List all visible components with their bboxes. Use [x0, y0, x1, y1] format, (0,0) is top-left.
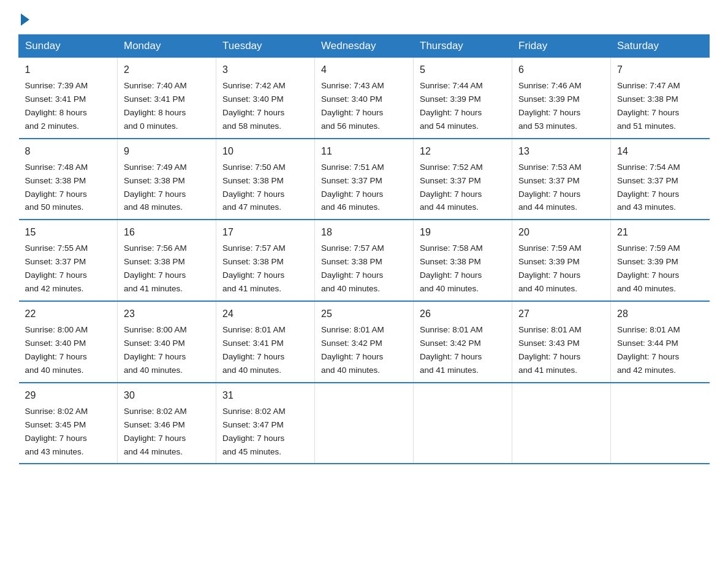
calendar-cell: 21Sunrise: 7:59 AMSunset: 3:39 PMDayligh…: [611, 220, 710, 301]
calendar-cell: [512, 383, 611, 464]
day-info: Sunrise: 7:56 AMSunset: 3:38 PMDaylight:…: [124, 243, 187, 293]
header-cell-thursday: Thursday: [414, 35, 512, 58]
day-number: 29: [25, 388, 112, 403]
calendar-cell: 22Sunrise: 8:00 AMSunset: 3:40 PMDayligh…: [19, 301, 118, 383]
calendar-table: SundayMondayTuesdayWednesdayThursdayFrid…: [18, 34, 710, 464]
day-number: 21: [617, 225, 703, 240]
calendar-row-week-3: 15Sunrise: 7:55 AMSunset: 3:37 PMDayligh…: [19, 220, 710, 301]
calendar-cell: 1Sunrise: 7:39 AMSunset: 3:41 PMDaylight…: [19, 58, 118, 139]
header-cell-tuesday: Tuesday: [216, 35, 315, 58]
day-info: Sunrise: 8:02 AMSunset: 3:46 PMDaylight:…: [124, 407, 187, 456]
calendar-cell: 31Sunrise: 8:02 AMSunset: 3:47 PMDayligh…: [216, 383, 315, 464]
day-number: 28: [617, 307, 703, 321]
calendar-cell: 3Sunrise: 7:42 AMSunset: 3:40 PMDaylight…: [216, 58, 315, 139]
day-number: 31: [222, 388, 308, 403]
calendar-cell: 15Sunrise: 7:55 AMSunset: 3:37 PMDayligh…: [19, 220, 118, 301]
calendar-cell: 29Sunrise: 8:02 AMSunset: 3:45 PMDayligh…: [19, 383, 118, 464]
day-number: 20: [518, 225, 604, 240]
calendar-row-week-4: 22Sunrise: 8:00 AMSunset: 3:40 PMDayligh…: [19, 301, 710, 383]
calendar-cell: [611, 383, 710, 464]
calendar-header: SundayMondayTuesdayWednesdayThursdayFrid…: [19, 35, 710, 58]
day-info: Sunrise: 7:46 AMSunset: 3:39 PMDaylight:…: [518, 81, 582, 131]
day-number: 6: [518, 63, 604, 77]
day-info: Sunrise: 7:43 AMSunset: 3:40 PMDaylight:…: [321, 81, 384, 131]
calendar-cell: 23Sunrise: 8:00 AMSunset: 3:40 PMDayligh…: [118, 301, 216, 383]
header-cell-saturday: Saturday: [611, 35, 710, 58]
day-info: Sunrise: 8:00 AMSunset: 3:40 PMDaylight:…: [25, 325, 88, 375]
day-info: Sunrise: 7:50 AMSunset: 3:38 PMDaylight:…: [222, 163, 286, 212]
day-info: Sunrise: 7:55 AMSunset: 3:37 PMDaylight:…: [25, 243, 88, 293]
day-number: 11: [321, 144, 407, 159]
calendar-cell: 2Sunrise: 7:40 AMSunset: 3:41 PMDaylight…: [118, 58, 216, 139]
header-cell-monday: Monday: [118, 35, 216, 58]
calendar-cell: 12Sunrise: 7:52 AMSunset: 3:37 PMDayligh…: [414, 139, 512, 220]
header-row: SundayMondayTuesdayWednesdayThursdayFrid…: [19, 35, 710, 58]
calendar-cell: 20Sunrise: 7:59 AMSunset: 3:39 PMDayligh…: [512, 220, 611, 301]
calendar-cell: 8Sunrise: 7:48 AMSunset: 3:38 PMDaylight…: [19, 139, 118, 220]
day-number: 10: [222, 144, 308, 159]
calendar-cell: 11Sunrise: 7:51 AMSunset: 3:37 PMDayligh…: [315, 139, 414, 220]
day-number: 25: [321, 307, 407, 321]
logo: [18, 12, 29, 23]
calendar-cell: 16Sunrise: 7:56 AMSunset: 3:38 PMDayligh…: [118, 220, 216, 301]
day-number: 3: [222, 63, 308, 77]
calendar-cell: 18Sunrise: 7:57 AMSunset: 3:38 PMDayligh…: [315, 220, 414, 301]
calendar-row-week-5: 29Sunrise: 8:02 AMSunset: 3:45 PMDayligh…: [19, 383, 710, 464]
day-info: Sunrise: 7:54 AMSunset: 3:37 PMDaylight:…: [617, 163, 680, 212]
day-number: 24: [222, 307, 308, 321]
day-number: 17: [222, 225, 308, 240]
day-info: Sunrise: 8:01 AMSunset: 3:41 PMDaylight:…: [222, 325, 286, 375]
calendar-cell: 28Sunrise: 8:01 AMSunset: 3:44 PMDayligh…: [611, 301, 710, 383]
day-info: Sunrise: 7:44 AMSunset: 3:39 PMDaylight:…: [420, 81, 483, 131]
day-info: Sunrise: 7:39 AMSunset: 3:41 PMDaylight:…: [25, 81, 88, 131]
day-number: 1: [25, 63, 112, 77]
calendar-cell: 7Sunrise: 7:47 AMSunset: 3:38 PMDaylight…: [611, 58, 710, 139]
calendar-cell: 6Sunrise: 7:46 AMSunset: 3:39 PMDaylight…: [512, 58, 611, 139]
logo-arrow-icon: [21, 13, 29, 26]
page-header: [18, 12, 710, 23]
calendar-cell: 24Sunrise: 8:01 AMSunset: 3:41 PMDayligh…: [216, 301, 315, 383]
day-info: Sunrise: 8:02 AMSunset: 3:45 PMDaylight:…: [25, 407, 88, 456]
day-info: Sunrise: 7:42 AMSunset: 3:40 PMDaylight:…: [222, 81, 286, 131]
day-info: Sunrise: 8:01 AMSunset: 3:44 PMDaylight:…: [617, 325, 680, 375]
day-number: 16: [124, 225, 210, 240]
calendar-body: 1Sunrise: 7:39 AMSunset: 3:41 PMDaylight…: [19, 58, 710, 464]
calendar-cell: 19Sunrise: 7:58 AMSunset: 3:38 PMDayligh…: [414, 220, 512, 301]
calendar-cell: 27Sunrise: 8:01 AMSunset: 3:43 PMDayligh…: [512, 301, 611, 383]
day-info: Sunrise: 7:59 AMSunset: 3:39 PMDaylight:…: [617, 243, 680, 293]
calendar-cell: 30Sunrise: 8:02 AMSunset: 3:46 PMDayligh…: [118, 383, 216, 464]
day-number: 8: [25, 144, 112, 159]
day-info: Sunrise: 7:59 AMSunset: 3:39 PMDaylight:…: [518, 243, 582, 293]
day-info: Sunrise: 7:57 AMSunset: 3:38 PMDaylight:…: [321, 243, 384, 293]
day-info: Sunrise: 7:51 AMSunset: 3:37 PMDaylight:…: [321, 163, 384, 212]
calendar-cell: 13Sunrise: 7:53 AMSunset: 3:37 PMDayligh…: [512, 139, 611, 220]
calendar-row-week-1: 1Sunrise: 7:39 AMSunset: 3:41 PMDaylight…: [19, 58, 710, 139]
day-number: 23: [124, 307, 210, 321]
calendar-cell: 14Sunrise: 7:54 AMSunset: 3:37 PMDayligh…: [611, 139, 710, 220]
header-cell-sunday: Sunday: [19, 35, 118, 58]
day-info: Sunrise: 7:52 AMSunset: 3:37 PMDaylight:…: [420, 163, 483, 212]
calendar-cell: [414, 383, 512, 464]
day-number: 26: [420, 307, 506, 321]
calendar-cell: 9Sunrise: 7:49 AMSunset: 3:38 PMDaylight…: [118, 139, 216, 220]
calendar-cell: 5Sunrise: 7:44 AMSunset: 3:39 PMDaylight…: [414, 58, 512, 139]
day-number: 15: [25, 225, 112, 240]
header-cell-friday: Friday: [512, 35, 611, 58]
calendar-cell: [315, 383, 414, 464]
day-number: 7: [617, 63, 703, 77]
day-info: Sunrise: 7:48 AMSunset: 3:38 PMDaylight:…: [25, 163, 88, 212]
day-number: 18: [321, 225, 407, 240]
day-info: Sunrise: 7:57 AMSunset: 3:38 PMDaylight:…: [222, 243, 286, 293]
day-info: Sunrise: 7:49 AMSunset: 3:38 PMDaylight:…: [124, 163, 187, 212]
day-info: Sunrise: 7:53 AMSunset: 3:37 PMDaylight:…: [518, 163, 582, 212]
calendar-cell: 25Sunrise: 8:01 AMSunset: 3:42 PMDayligh…: [315, 301, 414, 383]
day-info: Sunrise: 7:58 AMSunset: 3:38 PMDaylight:…: [420, 243, 483, 293]
calendar-cell: 10Sunrise: 7:50 AMSunset: 3:38 PMDayligh…: [216, 139, 315, 220]
day-info: Sunrise: 8:00 AMSunset: 3:40 PMDaylight:…: [124, 325, 187, 375]
calendar-cell: 26Sunrise: 8:01 AMSunset: 3:42 PMDayligh…: [414, 301, 512, 383]
day-number: 13: [518, 144, 604, 159]
day-info: Sunrise: 8:01 AMSunset: 3:43 PMDaylight:…: [518, 325, 582, 375]
day-number: 12: [420, 144, 506, 159]
day-number: 19: [420, 225, 506, 240]
calendar-cell: 4Sunrise: 7:43 AMSunset: 3:40 PMDaylight…: [315, 58, 414, 139]
